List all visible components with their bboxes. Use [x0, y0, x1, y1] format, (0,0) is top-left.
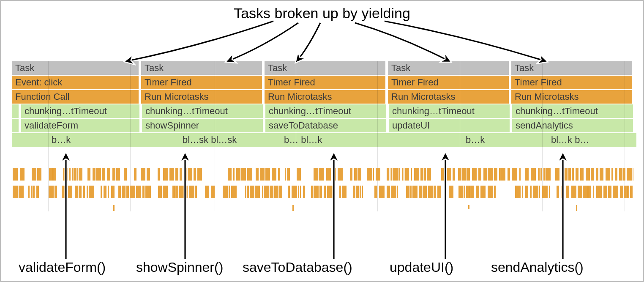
svg-rect-196: [522, 186, 523, 198]
bottom-label: sendAnalytics(): [491, 260, 584, 275]
svg-rect-35: [241, 168, 246, 181]
flame-call: Run Microtasks: [388, 90, 509, 104]
svg-rect-64: [411, 168, 412, 181]
svg-rect-163: [319, 186, 322, 198]
flame-event: Timer Fired: [141, 76, 262, 89]
svg-rect-10: [77, 168, 78, 181]
svg-rect-177: [406, 186, 409, 198]
svg-rect-86: [531, 168, 536, 181]
svg-rect-90: [546, 168, 551, 181]
svg-rect-74: [467, 168, 470, 181]
svg-rect-175: [391, 186, 396, 198]
svg-rect-122: [89, 186, 94, 198]
svg-rect-47: [326, 168, 331, 181]
svg-rect-180: [419, 186, 422, 198]
svg-rect-159: [300, 186, 301, 198]
svg-rect-193: [488, 186, 493, 198]
svg-rect-134: [158, 186, 162, 198]
svg-rect-176: [397, 186, 398, 198]
svg-rect-80: [499, 168, 500, 181]
svg-rect-37: [256, 168, 259, 181]
svg-rect-11: [79, 168, 82, 181]
svg-rect-129: [126, 186, 129, 198]
svg-rect-201: [542, 186, 548, 198]
svg-rect-72: [458, 168, 461, 181]
svg-rect-200: [539, 186, 540, 198]
svg-rect-141: [195, 186, 197, 198]
svg-rect-179: [412, 186, 418, 198]
flame-func: sendAnalytics: [512, 119, 633, 132]
svg-rect-77: [483, 168, 487, 181]
svg-rect-29: [188, 168, 192, 181]
svg-rect-168: [353, 186, 355, 198]
svg-rect-84: [519, 168, 521, 181]
svg-rect-133: [145, 186, 151, 198]
svg-rect-67: [424, 168, 426, 181]
svg-rect-75: [472, 168, 477, 181]
svg-rect-183: [434, 186, 436, 198]
svg-rect-48: [333, 168, 336, 181]
svg-rect-112: [33, 186, 35, 198]
svg-rect-88: [540, 168, 542, 181]
svg-rect-73: [462, 168, 467, 181]
svg-rect-66: [420, 168, 423, 181]
svg-rect-162: [314, 186, 319, 198]
svg-rect-24: [163, 168, 168, 181]
svg-rect-147: [245, 186, 246, 198]
svg-rect-41: [278, 168, 280, 181]
bottom-label: showSpinner(): [136, 260, 223, 275]
svg-rect-171: [362, 186, 363, 198]
svg-rect-214: [613, 186, 618, 198]
svg-rect-124: [104, 186, 106, 198]
svg-rect-103: [615, 168, 617, 181]
flame-chunk: chunking…tTimeout: [142, 104, 263, 118]
svg-rect-9: [74, 168, 76, 181]
micro-bars-area: [12, 168, 634, 212]
svg-rect-219: [113, 205, 115, 211]
svg-rect-150: [255, 186, 260, 198]
svg-rect-166: [339, 186, 341, 198]
svg-rect-110: [28, 186, 30, 198]
diagram-title: Tasks broken up by yielding: [1, 5, 643, 22]
svg-rect-49: [338, 168, 343, 181]
svg-rect-31: [197, 168, 202, 181]
svg-rect-69: [441, 168, 445, 181]
svg-rect-167: [342, 186, 347, 198]
svg-rect-137: [175, 186, 178, 198]
svg-rect-197: [525, 186, 528, 198]
flame-chunk: chunking…tTimeout: [21, 104, 139, 118]
svg-rect-89: [543, 168, 546, 181]
svg-rect-158: [298, 186, 299, 198]
flame-sub: bl…k b…: [548, 133, 636, 147]
svg-rect-217: [627, 186, 629, 198]
svg-rect-58: [391, 168, 392, 181]
svg-rect-101: [606, 168, 610, 181]
svg-rect-190: [470, 186, 474, 198]
svg-rect-1: [20, 168, 25, 181]
svg-rect-0: [13, 168, 18, 181]
svg-rect-209: [588, 186, 591, 198]
svg-rect-155: [279, 186, 282, 198]
svg-rect-152: [264, 186, 269, 198]
svg-rect-45: [314, 168, 318, 181]
flame-task: Task: [388, 61, 509, 75]
svg-rect-215: [620, 186, 623, 198]
svg-rect-34: [236, 168, 240, 181]
svg-rect-128: [122, 186, 126, 198]
svg-rect-16: [107, 168, 110, 181]
svg-rect-92: [565, 168, 568, 181]
svg-rect-188: [464, 186, 465, 198]
flame-sub: b…k: [462, 133, 492, 147]
svg-rect-142: [205, 186, 209, 198]
svg-rect-38: [260, 168, 265, 181]
svg-rect-202: [549, 186, 550, 198]
svg-rect-14: [96, 168, 101, 181]
bottom-label: saveToDatabase(): [243, 260, 352, 275]
svg-rect-36: [247, 168, 252, 181]
svg-rect-98: [591, 168, 594, 181]
svg-rect-135: [163, 186, 168, 198]
flame-func: saveToDatabase: [265, 119, 386, 132]
flame-task: Task: [265, 61, 385, 75]
svg-rect-83: [512, 168, 517, 181]
svg-rect-131: [136, 186, 141, 198]
